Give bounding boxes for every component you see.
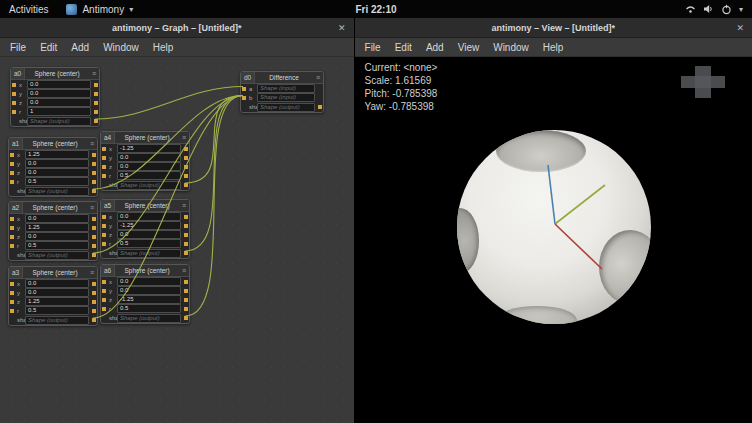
hamburger-icon[interactable]: ≡: [179, 200, 189, 211]
output-connector[interactable]: [184, 298, 188, 302]
view-3d-viewport[interactable]: Current: <none> Scale: 1.61569 Pitch: -0…: [355, 57, 752, 423]
close-icon[interactable]: ✕: [736, 18, 744, 37]
view-menu-view[interactable]: View: [451, 38, 487, 56]
datum-value[interactable]: 0.5: [117, 171, 181, 180]
datum-value[interactable]: 0.5: [117, 304, 181, 313]
hamburger-icon[interactable]: ≡: [87, 202, 97, 213]
datum-value[interactable]: Shape (input): [257, 93, 315, 102]
output-connector[interactable]: [92, 318, 96, 322]
graph-titlebar[interactable]: antimony – Graph – [Untitled]* ✕: [0, 18, 354, 38]
input-connector[interactable]: [102, 233, 106, 237]
datum-value[interactable]: 0.0: [25, 214, 89, 223]
node-header[interactable]: a6Sphere (center)≡: [101, 265, 189, 277]
output-connector[interactable]: [92, 162, 96, 166]
output-connector[interactable]: [92, 171, 96, 175]
datum-value[interactable]: Shape (output): [257, 103, 315, 112]
datum-value[interactable]: 1.25: [25, 223, 89, 232]
input-connector[interactable]: [10, 180, 14, 184]
output-connector[interactable]: [184, 224, 188, 228]
activities-button[interactable]: Activities: [0, 0, 57, 18]
node-header[interactable]: d0Difference≡: [241, 72, 323, 84]
node-a3[interactable]: a3Sphere (center)≡x0.0y0.0z1.25r0.5shape…: [8, 266, 98, 326]
graph-menu-help[interactable]: Help: [146, 38, 181, 56]
node-a6[interactable]: a6Sphere (center)≡x0.0y0.0z-1.25r0.5shap…: [100, 264, 190, 324]
input-connector[interactable]: [242, 96, 246, 100]
output-connector[interactable]: [184, 183, 188, 187]
node-header[interactable]: a1Sphere (center)≡: [9, 138, 97, 150]
hamburger-icon[interactable]: ≡: [89, 68, 99, 79]
output-connector[interactable]: [184, 289, 188, 293]
node-d0[interactable]: d0Difference≡aShape (input)bShape (input…: [240, 71, 324, 113]
datum-value[interactable]: 0.5: [25, 241, 89, 250]
graph-menu-file[interactable]: File: [3, 38, 33, 56]
input-connector[interactable]: [102, 307, 106, 311]
output-connector[interactable]: [184, 215, 188, 219]
output-connector[interactable]: [92, 282, 96, 286]
datum-value[interactable]: 1: [27, 107, 91, 116]
datum-value[interactable]: Shape (output): [27, 117, 91, 126]
input-connector[interactable]: [10, 282, 14, 286]
hamburger-icon[interactable]: ≡: [87, 267, 97, 278]
input-connector[interactable]: [12, 110, 16, 114]
node-a1[interactable]: a1Sphere (center)≡x1.25y0.0z0.0r0.5shape…: [8, 137, 98, 197]
input-connector[interactable]: [10, 171, 14, 175]
output-connector[interactable]: [184, 147, 188, 151]
output-connector[interactable]: [94, 101, 98, 105]
datum-value[interactable]: Shape (output): [117, 181, 181, 190]
datum-value[interactable]: 0.0: [27, 98, 91, 107]
system-status-area[interactable]: ▾: [676, 0, 752, 18]
datum-value[interactable]: 0.0: [25, 288, 89, 297]
graph-canvas[interactable]: a0Sphere (center)≡x0.0y0.0z0.0r1shapeSha…: [0, 57, 354, 423]
input-connector[interactable]: [10, 235, 14, 239]
input-connector[interactable]: [102, 174, 106, 178]
input-connector[interactable]: [102, 147, 106, 151]
output-connector[interactable]: [184, 316, 188, 320]
datum-value[interactable]: 0.5: [25, 306, 89, 315]
input-connector[interactable]: [102, 298, 106, 302]
output-connector[interactable]: [92, 180, 96, 184]
input-connector[interactable]: [102, 215, 106, 219]
output-connector[interactable]: [92, 300, 96, 304]
datum-value[interactable]: Shape (input): [257, 84, 315, 93]
output-connector[interactable]: [94, 83, 98, 87]
output-connector[interactable]: [92, 153, 96, 157]
datum-value[interactable]: 0.0: [117, 230, 181, 239]
output-connector[interactable]: [92, 291, 96, 295]
output-connector[interactable]: [92, 309, 96, 313]
input-connector[interactable]: [242, 87, 246, 91]
datum-value[interactable]: 0.0: [27, 80, 91, 89]
output-connector[interactable]: [184, 307, 188, 311]
node-a2[interactable]: a2Sphere (center)≡x0.0y1.25z0.0r0.5shape…: [8, 201, 98, 261]
datum-value[interactable]: 0.0: [117, 162, 181, 171]
datum-value[interactable]: 0.0: [27, 89, 91, 98]
graph-menu-window[interactable]: Window: [96, 38, 146, 56]
hamburger-icon[interactable]: ≡: [87, 138, 97, 149]
output-connector[interactable]: [92, 217, 96, 221]
output-connector[interactable]: [184, 174, 188, 178]
datum-value[interactable]: 0.5: [117, 239, 181, 248]
datum-value[interactable]: 0.0: [117, 277, 181, 286]
datum-value[interactable]: 0.0: [25, 168, 89, 177]
close-icon[interactable]: ✕: [338, 18, 346, 37]
output-connector[interactable]: [184, 242, 188, 246]
node-header[interactable]: a3Sphere (center)≡: [9, 267, 97, 279]
input-connector[interactable]: [10, 217, 14, 221]
output-connector[interactable]: [184, 165, 188, 169]
output-connector[interactable]: [94, 92, 98, 96]
view-orientation-widget[interactable]: [681, 66, 725, 98]
output-connector[interactable]: [318, 105, 322, 109]
datum-value[interactable]: -1.25: [117, 295, 181, 304]
input-connector[interactable]: [10, 162, 14, 166]
node-header[interactable]: a4Sphere (center)≡: [101, 132, 189, 144]
app-menu-button[interactable]: Antimony ▾: [57, 0, 142, 18]
node-header[interactable]: a0Sphere (center)≡: [11, 68, 99, 80]
datum-value[interactable]: -1.25: [117, 221, 181, 230]
graph-menu-edit[interactable]: Edit: [33, 38, 64, 56]
view-menu-window[interactable]: Window: [486, 38, 536, 56]
output-connector[interactable]: [92, 235, 96, 239]
datum-value[interactable]: 0.0: [25, 159, 89, 168]
datum-value[interactable]: 0.0: [117, 212, 181, 221]
output-connector[interactable]: [92, 244, 96, 248]
node-a0[interactable]: a0Sphere (center)≡x0.0y0.0z0.0r1shapeSha…: [10, 67, 100, 127]
datum-value[interactable]: 1.25: [25, 150, 89, 159]
